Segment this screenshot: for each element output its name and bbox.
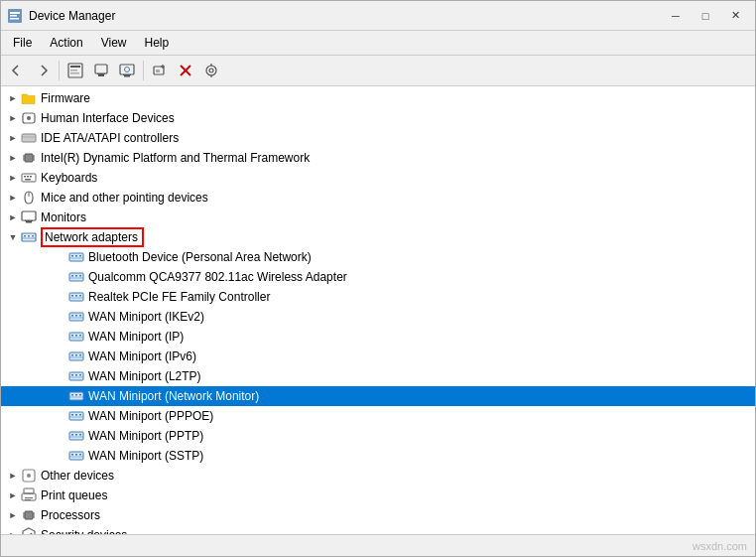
expand-icon-ide[interactable]: ►	[5, 130, 21, 146]
tree-item-realtek[interactable]: Realtek PCIe FE Family Controller	[1, 287, 755, 307]
tree-item-other[interactable]: ►Other devices	[1, 466, 755, 486]
item-label-wan_ip: WAN Miniport (IP)	[88, 330, 184, 344]
tree-item-keyboards[interactable]: ►Keyboards	[1, 168, 755, 188]
back-button[interactable]	[5, 59, 29, 82]
item-label-wan_netmon: WAN Miniport (Network Monitor)	[88, 389, 259, 403]
menu-view[interactable]: View	[93, 33, 135, 53]
item-label-wan_pppoe: WAN Miniport (PPPOE)	[88, 409, 213, 423]
expand-icon-intel[interactable]: ►	[5, 150, 21, 166]
tree-item-wan_ikev2[interactable]: WAN Miniport (IKEv2)	[1, 307, 755, 327]
tree-item-wan_ip[interactable]: WAN Miniport (IP)	[1, 327, 755, 347]
expand-icon-monitors[interactable]: ►	[5, 209, 21, 225]
uninstall-button[interactable]	[174, 59, 197, 82]
tree-item-hid[interactable]: ►Human Interface Devices	[1, 108, 755, 128]
tree-item-network[interactable]: ▼Network adapters	[1, 227, 755, 247]
expand-icon-wan_ipv6[interactable]	[53, 348, 68, 364]
tree-item-ide[interactable]: ►IDE ATA/ATAPI controllers	[1, 128, 755, 148]
expand-icon-keyboards[interactable]: ►	[5, 170, 21, 186]
menu-file[interactable]: File	[5, 33, 40, 53]
item-icon-wan_ipv6	[68, 348, 84, 364]
item-icon-print	[21, 487, 37, 503]
item-icon-wan_l2tp	[68, 368, 84, 384]
tree-item-wan_sstp[interactable]: WAN Miniport (SSTP)	[1, 446, 755, 466]
expand-icon-processors[interactable]: ►	[5, 507, 21, 523]
svg-rect-9	[98, 74, 104, 76]
svg-point-14	[125, 68, 130, 72]
expand-icon-wan_sstp[interactable]	[53, 448, 68, 464]
expand-icon-firmware[interactable]: ►	[5, 90, 21, 106]
expand-icon-mice[interactable]: ►	[5, 190, 21, 206]
item-icon-realtek	[68, 289, 84, 305]
item-label-wan_ikev2: WAN Miniport (IKEv2)	[88, 310, 204, 324]
expand-icon-wan_pppoe[interactable]	[53, 408, 68, 424]
svg-rect-47	[24, 235, 26, 237]
scan-button[interactable]	[199, 59, 223, 82]
monitor-button[interactable]	[115, 59, 139, 82]
svg-point-21	[206, 66, 216, 75]
tree-item-wan_pptp[interactable]: WAN Miniport (PPTP)	[1, 426, 755, 446]
expand-icon-realtek[interactable]	[53, 289, 68, 305]
tree-view[interactable]: ►Firmware►Human Interface Devices►IDE AT…	[1, 86, 755, 534]
svg-rect-82	[71, 374, 73, 376]
item-icon-qualcomm	[68, 269, 84, 285]
item-label-print: Print queues	[41, 488, 107, 502]
expand-icon-wan_ip[interactable]	[53, 329, 68, 345]
tree-item-print[interactable]: ►Print queues	[1, 486, 755, 505]
menu-action[interactable]: Action	[42, 33, 90, 53]
add-hardware-button[interactable]	[148, 59, 172, 82]
svg-rect-109	[25, 497, 33, 498]
expand-icon-wan_l2tp[interactable]	[53, 368, 68, 384]
tree-item-monitors[interactable]: ►Monitors	[1, 208, 755, 227]
item-label-keyboards: Keyboards	[41, 171, 97, 185]
expand-icon-print[interactable]: ►	[5, 487, 21, 503]
tree-item-wan_pppoe[interactable]: WAN Miniport (PPPOE)	[1, 406, 755, 426]
tree-item-security[interactable]: ►Security devices	[1, 525, 755, 534]
expand-icon-qualcomm[interactable]	[53, 269, 68, 285]
svg-rect-38	[27, 176, 29, 178]
forward-button[interactable]	[31, 59, 55, 82]
item-icon-monitors	[21, 209, 37, 225]
item-label-qualcomm: Qualcomm QCA9377 802.11ac Wireless Adapt…	[88, 270, 347, 284]
content-area: ►Firmware►Human Interface Devices►IDE AT…	[1, 86, 755, 534]
item-label-wan_l2tp: WAN Miniport (L2TP)	[88, 369, 201, 383]
svg-rect-50	[69, 253, 83, 261]
expand-icon-bluetooth[interactable]	[53, 249, 68, 265]
svg-rect-59	[79, 275, 81, 277]
tree-item-wan_l2tp[interactable]: WAN Miniport (L2TP)	[1, 366, 755, 386]
svg-rect-69	[79, 315, 81, 317]
update-driver-button[interactable]	[89, 59, 113, 82]
item-label-other: Other devices	[41, 469, 114, 483]
tree-item-mice[interactable]: ►Mice and other pointing devices	[1, 188, 755, 208]
item-label-wan_sstp: WAN Miniport (SSTP)	[88, 449, 203, 463]
svg-rect-1	[10, 12, 20, 14]
tree-item-bluetooth[interactable]: Bluetooth Device (Personal Area Network)	[1, 247, 755, 267]
expand-icon-security[interactable]: ►	[5, 527, 21, 534]
expand-icon-wan_netmon[interactable]	[53, 388, 68, 404]
svg-rect-13	[123, 74, 131, 75]
expand-icon-wan_ikev2[interactable]	[53, 309, 68, 325]
tree-item-qualcomm[interactable]: Qualcomm QCA9377 802.11ac Wireless Adapt…	[1, 267, 755, 287]
tree-item-wan_netmon[interactable]: WAN Miniport (Network Monitor)	[1, 386, 755, 406]
close-button[interactable]: ✕	[721, 6, 749, 26]
expand-icon-wan_pptp[interactable]	[53, 428, 68, 444]
svg-rect-111	[25, 511, 33, 519]
tree-item-intel[interactable]: ►Intel(R) Dynamic Platform and Thermal F…	[1, 148, 755, 168]
svg-rect-48	[28, 235, 30, 237]
expand-icon-hid[interactable]: ►	[5, 110, 21, 126]
svg-rect-11	[120, 65, 134, 74]
svg-rect-67	[71, 315, 73, 317]
expand-icon-other[interactable]: ►	[5, 468, 21, 484]
tree-item-processors[interactable]: ►Processors	[1, 505, 755, 525]
tree-item-wan_ipv6[interactable]: WAN Miniport (IPv6)	[1, 347, 755, 366]
expand-icon-network[interactable]: ▼	[5, 229, 21, 245]
svg-rect-84	[79, 374, 81, 376]
maximize-button[interactable]: □	[692, 6, 719, 26]
tree-item-firmware[interactable]: ►Firmware	[1, 88, 755, 108]
item-icon-wan_pppoe	[68, 408, 84, 424]
svg-rect-58	[75, 275, 77, 277]
minimize-button[interactable]: ─	[662, 6, 690, 26]
item-label-hid: Human Interface Devices	[41, 111, 175, 125]
properties-button[interactable]	[63, 59, 87, 82]
item-icon-wan_sstp	[68, 448, 84, 464]
menu-help[interactable]: Help	[137, 33, 178, 53]
